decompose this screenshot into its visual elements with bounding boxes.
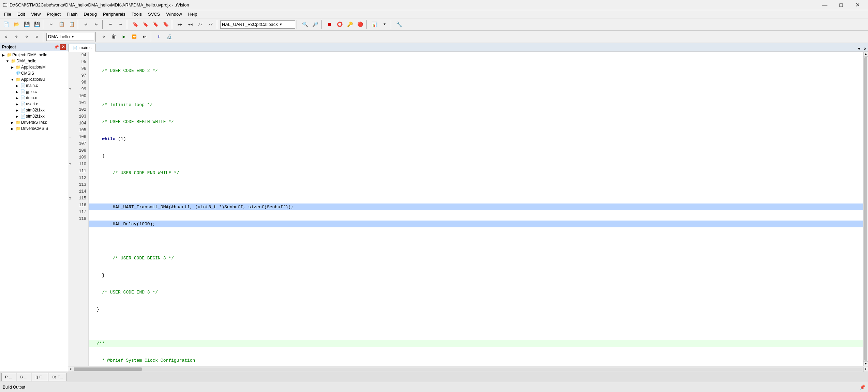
menu-tools[interactable]: Tools [129, 11, 145, 18]
new-file-button[interactable]: 📄 [1, 20, 11, 29]
function-dropdown[interactable]: HAL_UART_RxCpltCallback ▼ [220, 20, 295, 29]
tab-dropdown-button[interactable]: ▼ [856, 47, 862, 51]
open-button[interactable]: 📂 [12, 20, 21, 29]
clean-button[interactable]: 🗑 [109, 32, 119, 42]
pack-button[interactable]: ⚙ [32, 32, 42, 42]
tree-label: main.c [26, 83, 38, 88]
sidebar-item-stm32-1[interactable]: ▶ 📄 stm32f1xx [0, 107, 68, 113]
vertical-scrollbar[interactable]: ▲ ▼ [863, 52, 868, 366]
bookmark-button[interactable]: 🔖 [130, 20, 140, 29]
maximize-button[interactable]: □ [833, 0, 849, 10]
tab-books[interactable]: B ... [17, 373, 31, 381]
comment-button[interactable]: // [196, 20, 205, 29]
horizontal-scroll-track[interactable] [74, 367, 863, 371]
tab-close-button[interactable]: ✕ [863, 46, 868, 51]
sidebar-item-drivers-stm3[interactable]: ▶ 📁 Drivers/STM3: [0, 119, 68, 125]
code-text: /* USER CODE END WHILE */ [91, 170, 179, 176]
save-button[interactable]: 💾 [22, 20, 31, 29]
sidebar-close-button[interactable]: ✕ [60, 44, 66, 50]
sidebar-item-dma-hello[interactable]: ▼ 📁 DMA_hello [0, 58, 68, 64]
menu-project[interactable]: Project [44, 11, 63, 18]
tab-project[interactable]: P ... [1, 373, 16, 381]
unindent-button[interactable]: ◀◀ [185, 20, 195, 29]
fold-btn-115[interactable]: ⊟ [69, 196, 71, 200]
tab-templates[interactable]: 0↑ T... [49, 373, 66, 381]
line-95: 95 [68, 59, 88, 65]
copy-button[interactable]: 📋 [57, 20, 66, 29]
code-line-102: HAL_UART_Transmit_DMA(&huart1, (uint8_t … [89, 203, 863, 210]
undo-button[interactable]: ↩ [81, 20, 91, 29]
tab-main-c[interactable]: 📄 main.c [68, 44, 96, 52]
scroll-left-button[interactable]: ◀ [68, 367, 73, 372]
target-button[interactable]: 🔴 [355, 20, 365, 29]
sidebar-item-application-m[interactable]: ▶ 📁 Application/M [0, 64, 68, 70]
components-button[interactable]: ⚙ [22, 32, 31, 42]
scroll-up-button[interactable]: ▲ [864, 52, 868, 57]
sidebar-item-cmsis[interactable]: ▶ 💎 CMSIS [0, 70, 68, 76]
menu-debug[interactable]: Debug [81, 11, 100, 18]
line-100: 100 [68, 93, 88, 100]
build-output-pin-icon[interactable]: 📌 [859, 385, 865, 390]
manage-button[interactable]: ⚙ [12, 32, 21, 42]
sidebar-item-application-u[interactable]: ▼ 📁 Application/U [0, 76, 68, 82]
sep-t1 [43, 32, 45, 42]
download-button[interactable]: ⬇ [154, 32, 164, 42]
fold-indicator-108: — [69, 149, 71, 153]
menu-window[interactable]: Window [163, 11, 184, 18]
bookmark-clear-button[interactable]: 🔖 [161, 20, 170, 29]
menu-svcs[interactable]: SVCS [145, 11, 163, 18]
sidebar-item-stm32-2[interactable]: ▶ 📄 stm32f1xx [0, 113, 68, 119]
paste-button[interactable]: 📋 [67, 20, 76, 29]
view-button[interactable]: 📊 [370, 20, 379, 29]
scroll-thumb[interactable] [864, 57, 867, 361]
forward-button[interactable]: ➡ [116, 20, 125, 29]
uncomment-button[interactable]: // [206, 20, 215, 29]
scroll-right-button[interactable]: ▶ [863, 367, 868, 372]
batch-build-button[interactable]: ⏭ [140, 32, 149, 42]
menu-file[interactable]: File [1, 11, 14, 18]
menu-peripherals[interactable]: Peripherals [100, 11, 128, 18]
bookmark-next-button[interactable]: 🔖 [151, 20, 160, 29]
sidebar-item-project-root[interactable]: ▶ 📁 Project: DMA_hello [0, 52, 68, 58]
cut-button[interactable]: ✂ [46, 20, 56, 29]
scroll-down-button[interactable]: ▼ [864, 361, 868, 366]
menu-edit[interactable]: Edit [15, 11, 28, 18]
rebuild-button[interactable]: ⏩ [130, 32, 139, 42]
fold-btn-99[interactable]: ⊟ [69, 87, 71, 91]
view-dropdown-button[interactable]: ▼ [380, 20, 389, 29]
find-prev-button[interactable]: 🔎 [310, 20, 320, 29]
tab-functions[interactable]: {} F... [32, 373, 48, 381]
key-button[interactable]: 🔑 [345, 20, 355, 29]
options-button[interactable]: ⚙ [99, 32, 108, 42]
sidebar-item-main-c[interactable]: ▶ 📄 main.c [0, 82, 68, 89]
menu-flash[interactable]: Flash [64, 11, 80, 18]
find-button[interactable]: 🔍 [300, 20, 310, 29]
sidebar-pin-icon[interactable]: 📌 [54, 45, 59, 49]
build-button[interactable]: ▶ [119, 32, 129, 42]
settings-button[interactable]: 🔧 [394, 20, 404, 29]
menu-help[interactable]: Help [185, 11, 200, 18]
code-editor[interactable]: 94 95 96 97 98 ⊟ 99 100 101 102 103 104 … [68, 52, 868, 366]
back-button[interactable]: ⬅ [106, 20, 115, 29]
horizontal-scroll-thumb[interactable] [74, 367, 142, 371]
menu-view[interactable]: View [28, 11, 43, 18]
reset-button[interactable]: ⭕ [335, 20, 344, 29]
project-dropdown[interactable]: DMA_hello ▼ [46, 33, 94, 41]
sidebar-item-gpio-c[interactable]: ▶ 📄 gpio.c [0, 89, 68, 95]
code-line-100: /* USER CODE END WHILE */ [89, 169, 863, 176]
sidebar-item-drivers-cmsis[interactable]: ▶ 📁 Drivers/CMSIS [0, 125, 68, 132]
stop-button[interactable]: ⏹ [325, 20, 334, 29]
close-button[interactable]: ✕ [850, 0, 865, 10]
sidebar-item-usart-c[interactable]: ▶ 📄 usart.c [0, 101, 68, 107]
target-config-button[interactable]: ⚙ [1, 32, 11, 42]
minimize-button[interactable]: — [817, 0, 833, 10]
tab-books-label: ... [24, 375, 27, 379]
save-all-button[interactable]: 💾 [32, 20, 42, 29]
code-content[interactable]: /* USER CODE END 2 */ /* Infinite loop *… [89, 52, 863, 366]
debug-start-button[interactable]: 🔬 [164, 32, 174, 42]
fold-btn-110[interactable]: ⊟ [69, 162, 71, 166]
indent-button[interactable]: ▶▶ [175, 20, 185, 29]
bookmark-prev-button[interactable]: 🔖 [140, 20, 150, 29]
sidebar-item-dma-c[interactable]: ▶ 📄 dma.c [0, 95, 68, 101]
redo-button[interactable]: ↪ [91, 20, 101, 29]
